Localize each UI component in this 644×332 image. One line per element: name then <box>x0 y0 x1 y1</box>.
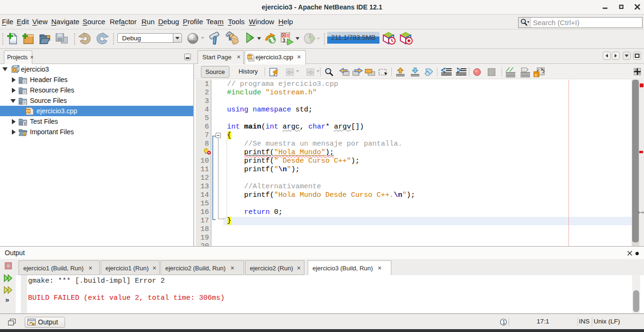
svg-text:h: h <box>541 67 543 72</box>
svg-text://: // <box>505 67 514 74</box>
svg-text:1: 1 <box>502 320 505 325</box>
svg-text:T: T <box>24 121 27 126</box>
svg-text:CC: CC <box>248 55 253 59</box>
svg-text:3: 3 <box>283 38 285 43</box>
svg-text:CC: CC <box>26 109 31 113</box>
svg-text:c: c <box>535 73 537 77</box>
